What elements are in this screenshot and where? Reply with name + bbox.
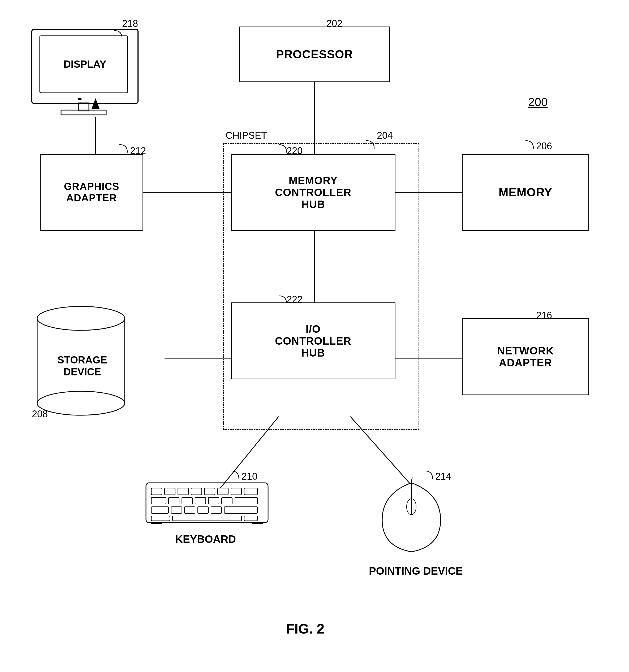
ich-box: I/O CONTROLLER HUB: [231, 303, 395, 379]
ich-ref: 222: [287, 294, 303, 305]
svg-rect-47: [252, 522, 263, 524]
graphics-box: GRAPHICS ADAPTER: [40, 154, 143, 231]
svg-rect-41: [211, 507, 222, 513]
storage-icon: STORAGE DEVICE: [26, 303, 138, 422]
mch-label: MEMORY CONTROLLER HUB: [275, 174, 351, 210]
keyboard-icon: [143, 478, 271, 531]
keyboard-label: KEYBOARD: [175, 533, 236, 545]
svg-rect-43: [172, 516, 241, 521]
storage-ref: 208: [32, 409, 48, 420]
svg-rect-27: [218, 488, 228, 495]
svg-rect-36: [235, 498, 257, 504]
svg-rect-39: [184, 507, 195, 513]
svg-rect-40: [198, 507, 208, 513]
svg-rect-32: [182, 498, 192, 504]
processor-ref: 202: [326, 18, 342, 29]
svg-point-17: [37, 306, 125, 330]
mch-ref: 220: [287, 145, 303, 157]
svg-rect-30: [151, 498, 166, 504]
display-ref: 218: [122, 18, 138, 29]
svg-rect-23: [165, 488, 175, 495]
pointing-device-label: POINTING DEVICE: [369, 565, 463, 577]
svg-rect-34: [208, 498, 219, 504]
svg-rect-44: [151, 516, 170, 521]
memory-label: MEMORY: [499, 186, 552, 199]
diagram-container: PROCESSOR 202 CHIPSET 204 MEMORY CONTROL…: [0, 0, 629, 672]
keyboard-ref: 210: [241, 471, 257, 482]
svg-rect-24: [178, 488, 188, 495]
svg-rect-42: [224, 507, 257, 513]
svg-rect-21: [146, 483, 268, 523]
pointing-device-ref: 214: [435, 471, 451, 482]
figure-caption: FIG. 2: [226, 621, 385, 637]
svg-text:STORAGE: STORAGE: [57, 355, 107, 366]
processor-label: PROCESSOR: [276, 48, 353, 61]
svg-rect-45: [244, 516, 257, 521]
graphics-ref: 212: [130, 145, 146, 157]
svg-rect-25: [191, 488, 202, 495]
network-box: NETWORK ADAPTER: [462, 318, 589, 395]
svg-text:DEVICE: DEVICE: [64, 366, 101, 378]
network-ref: 216: [536, 310, 552, 321]
svg-rect-46: [151, 522, 162, 524]
svg-rect-28: [231, 488, 241, 495]
system-ref: 200: [528, 96, 548, 109]
display-icon: DISPLAY: [29, 26, 141, 117]
mch-box: MEMORY CONTROLLER HUB: [231, 154, 395, 231]
graphics-label: GRAPHICS ADAPTER: [64, 181, 119, 204]
svg-rect-26: [204, 488, 215, 495]
svg-rect-22: [151, 488, 162, 495]
network-label: NETWORK ADAPTER: [497, 345, 554, 369]
svg-rect-35: [222, 498, 232, 504]
svg-rect-31: [168, 498, 179, 504]
svg-rect-15: [78, 98, 81, 100]
mouse-icon: [377, 478, 446, 562]
svg-rect-29: [244, 488, 257, 495]
svg-rect-38: [171, 507, 182, 513]
ich-label: I/O CONTROLLER HUB: [275, 323, 351, 359]
svg-text:DISPLAY: DISPLAY: [64, 58, 106, 70]
chipset-label: CHIPSET: [226, 130, 267, 141]
memory-box: MEMORY: [462, 154, 589, 231]
svg-point-18: [37, 391, 125, 415]
svg-rect-33: [195, 498, 206, 504]
memory-ref: 206: [536, 141, 552, 152]
svg-rect-37: [151, 507, 168, 513]
processor-box: PROCESSOR: [239, 26, 390, 82]
chipset-ref: 204: [377, 130, 393, 141]
